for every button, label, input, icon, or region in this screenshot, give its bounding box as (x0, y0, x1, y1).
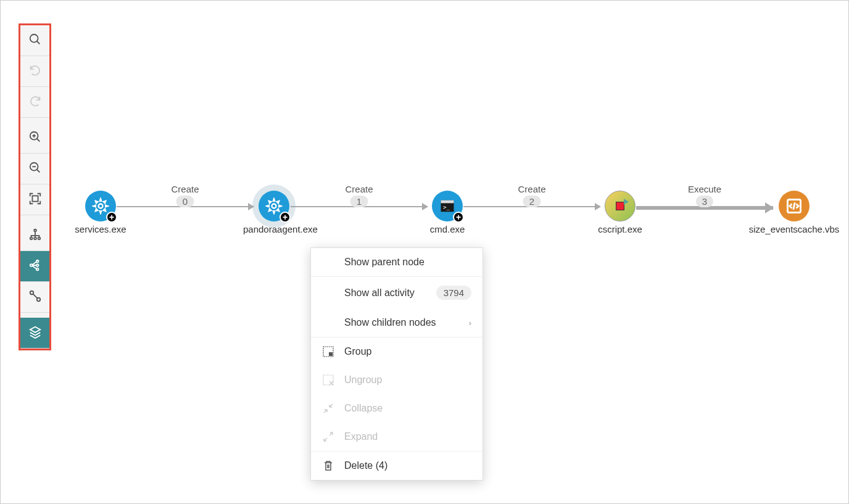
svg-rect-24 (441, 200, 454, 204)
trash-icon (322, 460, 334, 472)
edge-label: Create (518, 184, 545, 194)
layers-icon (28, 325, 42, 341)
svg-point-22 (272, 204, 276, 209)
link-layout-button[interactable] (20, 282, 49, 313)
ungroup-icon (322, 374, 334, 386)
gear-icon: + (259, 191, 289, 221)
svg-point-17 (36, 268, 38, 270)
menu-group[interactable]: Group (311, 337, 482, 366)
svg-point-10 (34, 229, 36, 231)
svg-point-16 (36, 264, 38, 266)
menu-show-parent[interactable]: Show parent node (311, 248, 482, 276)
svg-point-0 (30, 34, 38, 42)
svg-point-21 (99, 204, 103, 209)
expand-icon (322, 431, 334, 443)
plus-badge-icon: + (106, 212, 117, 223)
redo-button[interactable] (20, 87, 49, 118)
context-menu: Show parent node Show all activity 3794 … (310, 247, 483, 481)
search-icon (28, 33, 42, 49)
redo-icon (28, 94, 42, 110)
activity-count-badge: 3794 (436, 286, 471, 300)
menu-show-all-activity[interactable]: Show all activity 3794 (311, 277, 482, 308)
node-cmd[interactable]: >_ + cmd.exe (416, 191, 478, 234)
edge-2[interactable]: Create2 (463, 206, 600, 207)
layers-button[interactable] (20, 318, 49, 349)
node-label: pandoraagent.exe (243, 224, 305, 234)
plus-badge-icon: + (453, 212, 464, 223)
search-button[interactable] (20, 25, 49, 56)
node-label: cscript.exe (589, 224, 651, 234)
svg-point-15 (36, 260, 38, 262)
zoom-in-icon (28, 130, 42, 146)
svg-marker-20 (30, 326, 40, 332)
undo-icon (28, 64, 42, 80)
gear-icon: + (85, 191, 116, 221)
edge-label: Create (345, 184, 373, 194)
svg-text:>_: >_ (443, 204, 450, 210)
collapse-icon (322, 402, 334, 415)
edge-1[interactable]: Create1 (291, 206, 428, 207)
code-icon (779, 191, 810, 221)
node-services[interactable]: + services.exe (70, 191, 131, 234)
edge-seq: 2 (523, 196, 540, 207)
zoom-out-button[interactable] (20, 154, 49, 184)
graph-icon (28, 258, 42, 275)
graph-layout-button[interactable] (20, 251, 49, 282)
node-pandoraagent[interactable]: + pandoraagent.exe (243, 191, 305, 234)
edge-seq: 0 (176, 196, 194, 207)
toolbar (19, 23, 51, 350)
tree-layout-button[interactable] (20, 220, 49, 251)
svg-point-13 (38, 237, 40, 239)
menu-show-children[interactable]: Show children nodes › (311, 308, 482, 337)
svg-line-1 (36, 41, 39, 44)
fit-screen-icon (28, 192, 42, 208)
menu-ungroup: Ungroup (311, 366, 482, 394)
tree-icon (28, 228, 42, 244)
script-icon (605, 191, 636, 221)
svg-point-12 (34, 237, 36, 239)
terminal-icon: >_ + (432, 191, 463, 221)
svg-point-11 (30, 237, 32, 239)
edge-seq: 3 (696, 196, 713, 207)
undo-button[interactable] (20, 56, 49, 87)
svg-rect-28 (329, 352, 333, 356)
menu-expand: Expand (311, 423, 482, 451)
link-icon (28, 289, 42, 305)
node-vbs[interactable]: size_eventscache.vbs (739, 191, 849, 234)
edge-seq: 1 (350, 196, 368, 207)
svg-line-3 (36, 138, 39, 141)
edge-label: Create (171, 184, 199, 194)
node-label: size_eventscache.vbs (739, 224, 849, 234)
chevron-right-icon: › (469, 318, 471, 328)
edge-0[interactable]: Create0 (117, 206, 254, 207)
group-icon (322, 345, 334, 358)
edge-label: Execute (688, 184, 721, 194)
menu-collapse: Collapse (311, 394, 482, 423)
svg-point-14 (30, 264, 32, 266)
zoom-out-icon (28, 161, 42, 177)
svg-rect-9 (32, 196, 38, 201)
node-label: services.exe (70, 224, 131, 234)
plus-badge-icon: + (280, 212, 291, 223)
zoom-in-button[interactable] (20, 123, 49, 154)
svg-line-7 (36, 169, 39, 172)
node-cscript[interactable]: cscript.exe (589, 191, 651, 234)
fit-button[interactable] (20, 184, 49, 215)
menu-delete[interactable]: Delete (4) (311, 452, 482, 480)
node-label: cmd.exe (416, 224, 478, 234)
